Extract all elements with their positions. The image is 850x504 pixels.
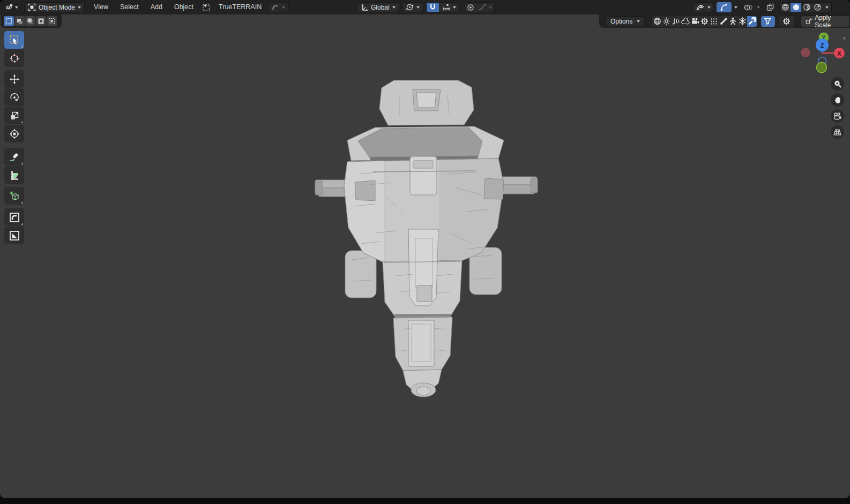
overlays-dropdown[interactable] [755,2,762,12]
flatten-tool-icon [9,230,20,241]
filter-gear-button[interactable] [700,16,710,27]
tool-transform[interactable] [4,125,24,142]
select-extend-icon [16,18,23,25]
select-mode-intersect[interactable] [47,16,57,26]
add-cube-icon [9,191,20,201]
select-mode-set[interactable] [4,16,14,26]
more-tools-indicator [21,162,23,164]
select-invert-icon [38,18,44,25]
tool-cursor[interactable] [4,49,24,67]
proportional-cluster [465,2,495,12]
shading-material-button[interactable] [801,2,812,12]
filter-armature-button[interactable] [728,16,738,27]
select-mode-invert[interactable] [36,16,46,26]
snap-cluster [426,2,460,12]
object-types-visibility-dropdown[interactable] [693,2,713,12]
shading-solid-button[interactable] [791,2,801,12]
gizmo-arc-icon [720,3,728,11]
tool-scale[interactable] [4,107,24,124]
apply-scale-label: Apply Scale [815,14,845,29]
xray-toggle[interactable] [765,2,776,12]
filter-metaball-button[interactable] [681,16,690,27]
filter-camera-button[interactable] [690,16,700,27]
cursor-tool-icon [9,53,20,64]
tool-rotate[interactable] [4,88,24,106]
addon-pie-button[interactable] [200,2,212,12]
pan-hand-icon [833,96,842,104]
menu-view[interactable]: View [88,0,114,14]
tool-options-panel: Options [599,14,850,28]
transform-cluster: Global [357,2,495,12]
falloff-curve-icon [478,4,487,11]
tool-annotate[interactable] [4,148,24,166]
gizmos-dropdown[interactable] [733,2,739,12]
filter-modifier-button[interactable] [747,16,757,27]
apply-scale-button[interactable]: Apply Scale [801,16,850,27]
chevron-down-icon [282,6,285,9]
active-tool-dropdown[interactable] [268,2,289,12]
shading-wireframe-icon [781,3,789,11]
more-tools-indicator [21,201,23,204]
menu-select[interactable]: Select [114,0,145,14]
tool-add-cube[interactable] [4,187,24,205]
chevron-down-icon [15,6,18,9]
select-mode-extend[interactable] [14,16,25,26]
zoom-button[interactable] [831,77,844,91]
chevron-down-icon [757,6,760,9]
tool-measure[interactable] [4,166,24,184]
snap-toggle[interactable] [427,2,439,12]
perspective-toggle-button[interactable] [831,125,844,139]
mode-dropdown[interactable]: Object Mode [24,2,85,12]
filter-world-button[interactable] [652,16,662,27]
shading-rendered-button[interactable] [812,2,823,12]
world-icon [653,17,661,25]
pivot-point-dropdown[interactable] [402,2,423,12]
gizmos-toggle[interactable] [717,2,732,12]
menu-add[interactable]: Add [145,0,168,14]
editor-type-selector[interactable] [3,2,20,12]
tool-fillet[interactable] [4,208,24,226]
overlays-icon [744,4,752,11]
chevron-down-icon [416,6,420,9]
filter-particles-button[interactable] [710,16,719,27]
filter-bone-button[interactable] [719,16,728,27]
proportional-editing-toggle[interactable] [465,2,476,12]
select-mode-panel [1,14,62,28]
filter-light-button[interactable] [662,16,672,27]
3d-model-spaceship[interactable] [305,72,547,404]
filter-physics-button[interactable] [738,16,748,27]
filter-funnel-toggle[interactable] [761,16,775,27]
options-dropdown[interactable]: Options [606,16,645,26]
filter-force-field-button[interactable] [672,16,681,27]
more-tools-indicator [21,121,23,123]
shading-dropdown[interactable] [823,2,831,12]
shading-cluster [779,2,832,12]
menu-object[interactable]: Object [168,0,199,14]
pan-button[interactable] [831,93,844,107]
object-mode-icon [28,3,36,11]
transform-orientation-dropdown[interactable]: Global [357,2,399,12]
tool-flatten[interactable] [4,227,24,244]
tool-settings-gear-button[interactable] [779,16,794,27]
menu-trueterrain[interactable]: TrueTERRAIN [212,0,268,14]
falloff-dropdown[interactable] [476,2,494,12]
fillet-tool-icon [9,212,20,223]
tool-select-box[interactable] [4,31,24,49]
axis-y-negative[interactable] [817,63,827,73]
bone-icon [720,17,728,25]
sidebar-toggle-arrow[interactable]: ‹ [843,34,845,42]
xray-icon [766,3,774,11]
orientation-axes-icon [361,4,368,11]
shading-wireframe-button[interactable] [780,2,791,12]
overlays-toggle[interactable] [742,2,754,12]
camera-view-button[interactable] [831,109,844,123]
tool-move[interactable] [4,70,24,88]
navigation-gizmo[interactable]: Y Z X [793,30,850,78]
chevron-down-icon [637,20,640,22]
axis-x-negative[interactable] [801,48,810,57]
select-mode-subtract[interactable] [25,16,35,26]
snap-target-dropdown[interactable] [439,2,459,12]
chevron-down-icon [825,6,829,9]
gear-icon [700,17,709,25]
chevron-down-icon [78,6,81,9]
